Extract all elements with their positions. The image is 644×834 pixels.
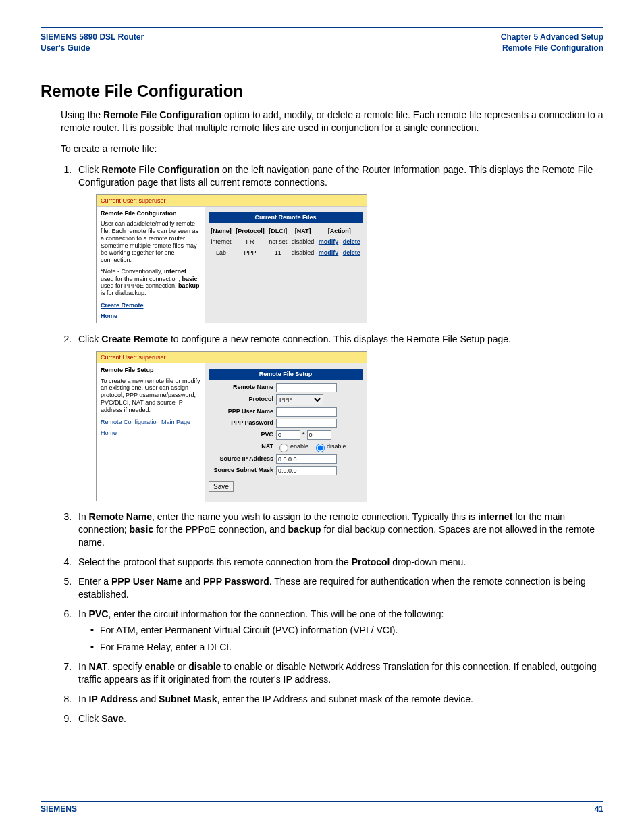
panel-title: Remote File Setup [209,369,363,380]
text: , enter the name you wish to assign to t… [152,511,478,522]
text: , enter the circuit information for the … [108,608,444,619]
label-source-mask: Source Subnet Mask [209,466,276,474]
text-bold: internet [478,511,512,522]
bullet-frame-relay: For Frame Relay, enter a DLCI. [90,641,603,654]
table-row: internet FR not set disabled modify dele… [209,236,363,247]
text: and [182,576,203,587]
steps-list: Click Remote File Configuration on the l… [41,163,603,725]
input-ppp-user[interactable] [276,407,337,417]
text-bold: PPP Password [203,576,269,587]
step-2: Click Create Remote to configure a new r… [74,333,603,501]
text-bold: basic [182,276,198,282]
text-bold: backup [178,282,200,289]
label-protocol: Protocol [209,395,276,403]
link-create-remote[interactable]: Create Remote [101,301,200,309]
cell-dlci: 11 [267,247,289,258]
shot2-desc: To create a new remote file or modify an… [101,377,200,414]
bullet-atm: For ATM, enter Permanent Virtual Circuit… [90,624,603,637]
section-title: Remote File Configuration [41,82,603,101]
text: Enter a [78,576,111,587]
text-bold: internet [164,268,186,275]
text-bold: PPP User Name [111,576,182,587]
text-bold: Protocol [352,556,390,567]
input-source-mask[interactable] [276,466,337,475]
th-protocol: [Protocol] [234,226,267,236]
shot2-userbar: Current User: superuser [97,352,367,363]
th-dlci: [DLCI] [267,226,289,236]
label-pvc: PVC [209,430,276,438]
text: In [78,694,89,704]
step-6: In PVC, enter the circuit information fo… [74,608,603,654]
footer-page-number: 41 [595,804,603,814]
text: to configure a new remote connection. Th… [168,334,511,344]
text: Select the protocol that supports this r… [78,556,352,567]
text: , enter the IP Address and subnet mask o… [217,694,473,704]
shot1-userbar: Current User: superuser [97,195,367,207]
link-modify[interactable]: modify [319,238,339,245]
header-product: SIEMENS 5890 DSL Router [41,32,144,43]
step-8: In IP Address and Subnet Mask, enter the… [74,693,603,706]
text: , specify [107,661,144,672]
shot1-note: *Note - Conventionally, internet used fo… [101,268,200,297]
radio-nat-enable[interactable] [279,444,288,452]
cell-proto: FR [234,236,267,247]
text: Click [78,164,101,175]
text-bold: NAT [89,661,108,672]
intro-paragraph: Using the Remote File Configuration opti… [61,109,603,134]
input-pvc-2[interactable] [307,430,331,440]
cell-dlci: not set [267,236,289,247]
cell-nat: disabled [290,236,317,247]
select-protocol[interactable]: PPP [276,394,323,405]
cell-proto: PPP [234,247,267,258]
cell-name: internet [209,236,234,247]
screenshot-remote-file-config: Current User: superuser Remote File Conf… [96,194,367,324]
footer-rule [41,801,603,802]
page-footer: SIEMENS 41 [41,801,603,814]
shot2-title: Remote File Setup [101,366,200,374]
th-nat: [NAT] [290,226,317,236]
text: In [78,661,89,672]
link-home[interactable]: Home [101,429,200,437]
step-4: Select the protocol that supports this r… [74,556,603,569]
radio-nat-disable[interactable] [316,444,325,452]
link-remote-config-main[interactable]: Remote Configuration Main Page [101,418,200,426]
table-row: Lab PPP 11 disabled modify delete [209,247,363,258]
current-remote-files-table: [Name] [Protocol] [DLCI] [NAT] [Action] … [209,226,363,258]
text: drop-down menu. [390,556,466,567]
text: . [124,713,126,724]
step-6-bullets: For ATM, enter Permanent Virtual Circuit… [78,624,603,654]
link-home[interactable]: Home [101,312,200,320]
step-9: Click Save. [74,712,603,725]
text-bold: PVC [89,608,109,619]
input-source-ip[interactable] [276,454,337,464]
th-name: [Name] [209,226,234,236]
page-header: SIEMENS 5890 DSL Router User's Guide Cha… [41,28,603,60]
input-remote-name[interactable] [276,383,337,392]
cell-nat: disabled [290,247,317,258]
save-button[interactable]: Save [209,481,234,492]
intro-lead: To create a remote file: [61,142,603,155]
text: *Note - Conventionally, [101,268,164,275]
link-delete[interactable]: delete [343,238,360,245]
input-ppp-password[interactable] [276,419,337,428]
text: disable [327,442,346,450]
link-modify[interactable]: modify [319,249,339,256]
text: In [78,608,89,619]
header-section: Remote File Configuration [501,43,603,53]
text: Click [78,713,101,724]
input-pvc-1[interactable] [276,430,300,440]
text-bold: disable [188,661,221,672]
text: Click [78,334,101,344]
shot1-desc: User can add/delete/modify remote file. … [101,220,200,264]
header-left: SIEMENS 5890 DSL Router User's Guide [41,32,144,53]
table-title: Current Remote Files [209,212,363,223]
text-bold: Remote File Configuration [103,109,221,120]
link-delete[interactable]: delete [343,249,360,256]
header-right: Chapter 5 Advanced Setup Remote File Con… [501,32,603,53]
shot1-title: Remote File Configuration [101,209,200,217]
cell-name: Lab [209,247,234,258]
text-bold: Remote Name [89,511,152,522]
text-bold: Subnet Mask [159,694,217,704]
footer-brand: SIEMENS [41,804,77,814]
text-bold: backup [288,524,321,535]
